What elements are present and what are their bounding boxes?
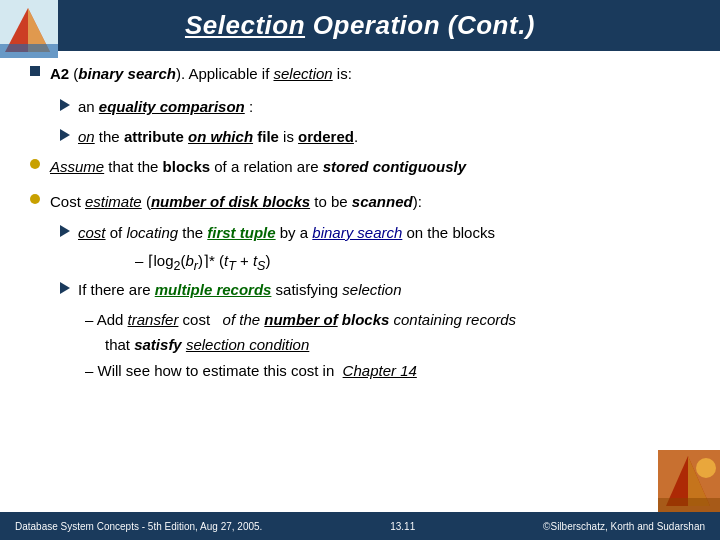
cost-locating-bullet: cost of locating the first tuple by a bi… xyxy=(60,222,690,247)
a2-bullet: A2 (binary search). Applicable if select… xyxy=(30,63,690,88)
title-selection: Selection xyxy=(185,10,305,40)
svg-rect-3 xyxy=(0,44,58,58)
satisfy-text: that satisfy selection condition xyxy=(85,334,690,355)
if-multiple-text: If there are multiple records satisfying… xyxy=(78,279,402,300)
main-content: A2 (binary search). Applicable if select… xyxy=(0,51,720,395)
triangle-bullet-icon xyxy=(60,99,70,111)
add-transfer-text: – Add transfer cost of the number of blo… xyxy=(85,309,690,330)
will-see-section: – Will see how to estimate this cost in … xyxy=(30,360,690,381)
cost-locating-text: cost of locating the first tuple by a bi… xyxy=(78,222,495,243)
a2-text: (binary search). Applicable if selection… xyxy=(73,65,352,82)
circle-bullet-icon xyxy=(30,159,40,169)
sub1-equality-text: an equality comparison : xyxy=(78,96,253,117)
square-bullet-icon xyxy=(30,66,40,76)
footer-left: Database System Concepts - 5th Edition, … xyxy=(15,521,262,532)
chapter14-ref: Chapter 14 xyxy=(343,362,417,379)
transfer-cost-section: – Add transfer cost of the number of blo… xyxy=(30,309,690,355)
slide-title: Selection Operation (Cont.) xyxy=(20,10,700,41)
cost-section: Cost estimate (number of disk blocks to … xyxy=(30,191,690,216)
svg-rect-7 xyxy=(658,498,720,512)
slide: Selection Operation (Cont.) A2 (binary s… xyxy=(0,0,720,540)
assume-section: Assume that the blocks of a relation are… xyxy=(30,156,690,181)
sub1-attribute: on the attribute on which file is ordere… xyxy=(60,126,690,151)
footer: Database System Concepts - 5th Edition, … xyxy=(0,512,720,540)
sub1-equality: an equality comparison : xyxy=(60,96,690,121)
assume-text: Assume that the blocks of a relation are… xyxy=(50,156,466,177)
a2-subitems: an equality comparison : on the attribut… xyxy=(30,96,690,151)
sub1-attribute-text: on the attribute on which file is ordere… xyxy=(78,126,358,147)
footer-center: 13.11 xyxy=(390,521,415,532)
a2-label: A2 xyxy=(50,65,69,82)
cost-bullet: Cost estimate (number of disk blocks to … xyxy=(30,191,690,216)
formula-dash: – xyxy=(135,252,148,269)
triangle-bullet-icon xyxy=(60,225,70,237)
assume-bullet: Assume that the blocks of a relation are… xyxy=(30,156,690,181)
sailboat-right-image xyxy=(658,450,720,512)
triangle-bullet-icon xyxy=(60,129,70,141)
footer-right: ©Silberschatz, Korth and Sudarshan xyxy=(543,521,705,532)
triangle-bullet-icon xyxy=(60,282,70,294)
cost-text: Cost estimate (number of disk blocks to … xyxy=(50,191,422,212)
a2-line: A2 (binary search). Applicable if select… xyxy=(50,63,352,84)
circle-bullet-icon xyxy=(30,194,40,204)
if-multiple-bullet: If there are multiple records satisfying… xyxy=(60,279,690,304)
sailboat-left-image xyxy=(0,0,58,58)
title-rest: Operation (Cont.) xyxy=(305,10,535,40)
formula-text: ⌈log2(br)⌉* (tT + tS) xyxy=(148,252,271,273)
header: Selection Operation (Cont.) xyxy=(0,0,720,51)
cost-sub-section: cost of locating the first tuple by a bi… xyxy=(30,222,690,304)
formula-line: – ⌈log2(br)⌉* (tT + tS) xyxy=(135,252,690,273)
svg-point-8 xyxy=(696,458,716,478)
will-see-text: – Will see how to estimate this cost in … xyxy=(85,360,690,381)
